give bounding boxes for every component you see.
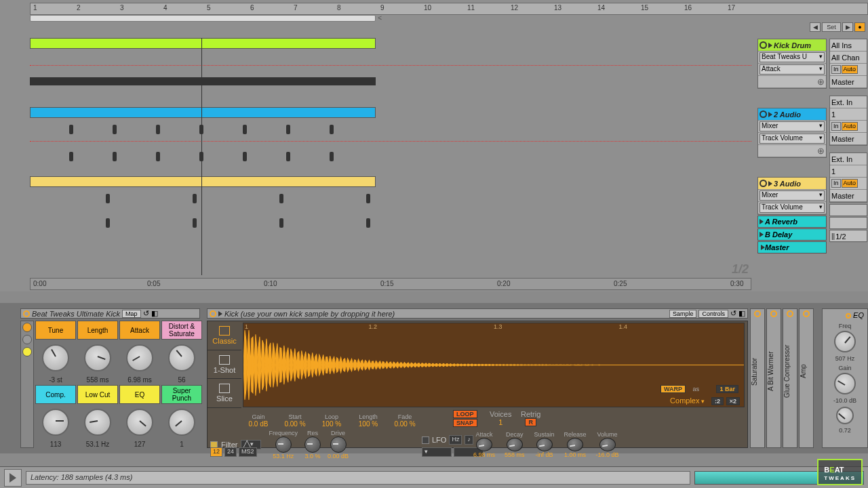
filter-knob[interactable] <box>304 436 321 453</box>
audio-to[interactable]: Master <box>831 135 854 143</box>
rand-icon[interactable]: ↺ <box>143 309 149 318</box>
monitor-auto[interactable]: Auto <box>842 179 859 188</box>
channel-select[interactable]: 1 <box>831 110 835 119</box>
param-loop[interactable]: Loop100 % <box>316 413 347 428</box>
track-header-3[interactable]: 3 Audio Mixer Track Volume <box>757 177 827 215</box>
playhead[interactable] <box>201 38 202 275</box>
audio-from[interactable]: Ext. In <box>831 98 852 106</box>
fold-icon[interactable] <box>218 311 222 317</box>
channel-select[interactable]: 1 <box>831 167 835 176</box>
automation-line[interactable] <box>30 141 751 142</box>
add-lane-icon[interactable]: ⊕ <box>817 146 825 156</box>
device-glue[interactable]: Glue Compressor <box>783 308 797 448</box>
audio-to[interactable]: Master <box>831 192 854 200</box>
macro-knob[interactable] <box>168 344 195 371</box>
audio-to[interactable]: Master <box>831 78 854 86</box>
macro-knob[interactable] <box>84 344 111 371</box>
fold-icon[interactable] <box>768 43 772 48</box>
macro-knob[interactable] <box>126 409 153 436</box>
mode-classic[interactable]: Classic <box>208 321 241 350</box>
slope-12[interactable]: 12 <box>210 447 222 457</box>
device-on-icon[interactable] <box>787 310 793 317</box>
env-knob[interactable] <box>507 438 523 451</box>
device-on-icon[interactable] <box>754 310 761 317</box>
half-button[interactable]: :2 <box>711 397 724 405</box>
param-gain[interactable]: Gain0.0 dB <box>243 413 274 428</box>
track-2-lane[interactable] <box>30 107 751 175</box>
lfo-on-checkbox[interactable] <box>422 436 429 444</box>
device-on-icon[interactable] <box>23 310 30 317</box>
gain-knob[interactable] <box>834 373 856 394</box>
snap-button[interactable]: SNAP <box>453 419 477 427</box>
device-select[interactable]: Mixer <box>760 190 825 201</box>
warp-mode-select[interactable]: Complex ▾ <box>670 396 705 405</box>
lfo-sync-mode[interactable]: ♪ <box>465 435 473 445</box>
track-3-lane[interactable] <box>30 176 751 241</box>
simpler-title-bar[interactable]: Kick (use your own kick sample by droppi… <box>207 308 748 319</box>
slope-24[interactable]: 24 <box>224 447 237 457</box>
macro-knob[interactable] <box>42 344 69 371</box>
channel-select[interactable]: All Chan <box>831 54 860 62</box>
clip-audio3[interactable] <box>30 176 376 187</box>
filter-knob[interactable] <box>330 436 347 453</box>
track-name[interactable]: Kick Drum <box>774 41 811 49</box>
mode-slice[interactable]: Slice <box>208 379 241 408</box>
loop-button[interactable]: LOOP <box>453 410 477 418</box>
param-select[interactable]: Track Volume <box>760 203 825 213</box>
return-a[interactable]: A Reverb <box>757 216 827 228</box>
q-knob[interactable] <box>836 407 854 424</box>
chain-show-icon[interactable] <box>22 335 32 344</box>
device-on-icon[interactable] <box>210 310 216 317</box>
monitor-in[interactable]: In <box>831 65 841 74</box>
double-button[interactable]: ×2 <box>726 397 740 405</box>
device-on-icon[interactable] <box>770 310 777 317</box>
voices-value[interactable]: 1 <box>498 418 502 426</box>
fold-icon[interactable] <box>760 232 764 237</box>
audio-from[interactable]: All Ins <box>831 41 852 49</box>
record-arm-icon[interactable]: ● <box>854 22 865 32</box>
hotswap-icon[interactable]: ↺ <box>730 309 736 318</box>
device-saturator[interactable]: Saturator <box>750 308 765 448</box>
save-preset-icon[interactable]: ◧ <box>738 309 745 318</box>
macro-knob[interactable] <box>168 409 195 436</box>
master-out[interactable]: 1/2 <box>835 232 846 241</box>
track-activator-icon[interactable] <box>760 41 767 49</box>
map-button[interactable]: Map <box>122 310 141 318</box>
return-b[interactable]: B Delay <box>757 228 827 241</box>
bars-value[interactable]: 1 Bar <box>716 385 738 393</box>
fold-icon[interactable] <box>768 181 772 186</box>
monitor-in[interactable]: In <box>831 179 841 188</box>
param-select[interactable]: Attack <box>760 64 825 75</box>
clip-audio2[interactable] <box>30 107 376 118</box>
save-preset-icon[interactable]: ◧ <box>151 309 158 318</box>
track-name[interactable]: 2 Audio <box>774 110 801 119</box>
mode-1shot[interactable]: 1-Shot <box>208 350 241 380</box>
back-button[interactable]: ◀ <box>810 22 821 32</box>
track-activator-icon[interactable] <box>760 180 767 187</box>
monitor-auto[interactable]: Auto <box>842 65 859 74</box>
env-knob[interactable] <box>536 438 553 451</box>
device-bitwarmer[interactable]: A Bit Warmer <box>766 308 781 448</box>
fold-icon[interactable] <box>768 112 772 117</box>
env-knob[interactable] <box>599 438 616 451</box>
master-track[interactable]: Master <box>757 241 827 253</box>
automation-line[interactable] <box>30 65 751 66</box>
freq-knob[interactable] <box>834 331 856 352</box>
param-select[interactable]: Track Volume <box>760 134 825 144</box>
track-header-2[interactable]: 2 Audio Mixer Track Volume ⊕ <box>757 108 827 158</box>
macro-knob[interactable] <box>42 409 69 436</box>
macro-show-icon[interactable] <box>22 323 32 332</box>
controls-tab[interactable]: Controls <box>698 310 728 318</box>
track-1-lane[interactable] <box>30 38 751 106</box>
device-amp[interactable]: Amp <box>799 308 814 448</box>
track-activator-icon[interactable] <box>760 110 767 118</box>
device-eq[interactable]: EQ Freq 507 Hz Gain -10.0 dB 0.72 <box>822 308 868 448</box>
midi-notes[interactable] <box>30 77 376 85</box>
lfo-rate-mode[interactable]: Hz <box>449 435 462 445</box>
env-knob[interactable] <box>476 438 492 451</box>
device-select[interactable]: Mixer <box>760 121 825 131</box>
filter-type-select[interactable]: MS2 <box>239 447 257 457</box>
clip-kick[interactable] <box>30 38 376 49</box>
overview-scrub[interactable] <box>30 15 376 22</box>
monitor-auto[interactable]: Auto <box>842 122 859 131</box>
